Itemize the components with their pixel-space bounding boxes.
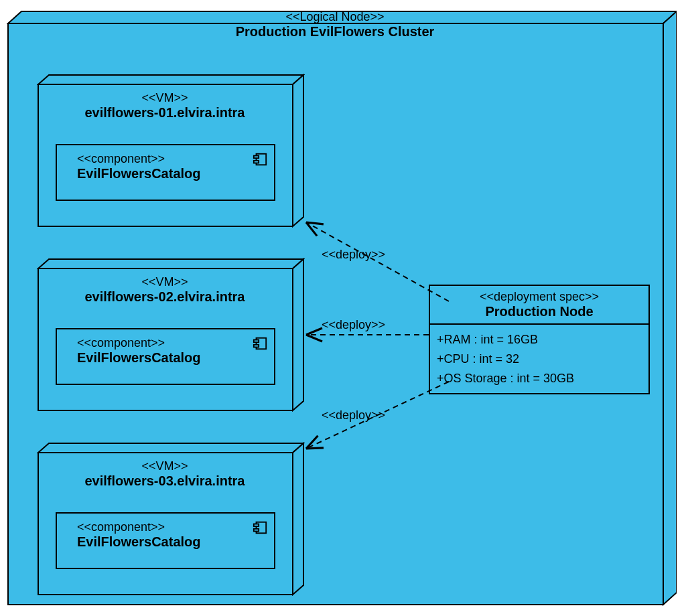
svg-rect-8	[254, 161, 259, 163]
vm03-comp-name: EvilFlowersCatalog	[70, 534, 261, 550]
vm02-hostname: evilflowers-02.elvira.intra	[37, 289, 293, 305]
spec-stereotype: <<deployment spec>>	[435, 290, 643, 304]
vm01-component: <<component>> EvilFlowersCatalog	[56, 144, 275, 201]
svg-marker-2	[663, 11, 677, 605]
spec-name: Production Node	[435, 304, 643, 319]
spec-attr-cpu: +CPU : int = 32	[437, 350, 642, 369]
spec-attr-os: +OS Storage : int = 30GB	[437, 369, 642, 388]
vm02-component: <<component>> EvilFlowersCatalog	[56, 328, 275, 385]
vm03-comp-stereotype: <<component>>	[70, 520, 261, 534]
vm01-stereotype: <<VM>>	[37, 91, 293, 105]
svg-rect-20	[254, 529, 259, 532]
svg-rect-14	[254, 345, 259, 348]
vm03-stereotype: <<VM>>	[37, 459, 293, 473]
svg-marker-5	[293, 75, 303, 226]
svg-marker-4	[38, 75, 303, 84]
vm03-component: <<component>> EvilFlowersCatalog	[56, 512, 275, 569]
cluster-stereotype: <<Logical Node>>	[7, 10, 663, 24]
cluster-header: <<Logical Node>> Production EvilFlowers …	[7, 10, 663, 40]
deploy-label-1: <<deploy>>	[322, 248, 385, 262]
deploy-label-2: <<deploy>>	[322, 318, 385, 332]
vm02-comp-stereotype: <<component>>	[70, 336, 261, 350]
svg-rect-13	[254, 340, 259, 343]
component-icon	[253, 336, 267, 351]
svg-marker-16	[38, 443, 303, 453]
svg-marker-10	[38, 259, 303, 268]
svg-rect-7	[254, 156, 259, 159]
vm02-comp-name: EvilFlowersCatalog	[70, 350, 261, 366]
vm03-header: <<VM>> evilflowers-03.elvira.intra	[37, 459, 293, 489]
cluster-name: Production EvilFlowers Cluster	[7, 24, 663, 40]
component-icon	[253, 520, 267, 535]
vm-node-03: <<VM>> evilflowers-03.elvira.intra <<com…	[37, 442, 305, 596]
deploy-label-3: <<deploy>>	[322, 408, 385, 422]
vm01-hostname: evilflowers-01.elvira.intra	[37, 105, 293, 121]
deployment-spec: <<deployment spec>> Production Node +RAM…	[429, 285, 650, 394]
spec-attr-ram: +RAM : int = 16GB	[437, 330, 642, 350]
svg-marker-17	[293, 443, 303, 595]
spec-header: <<deployment spec>> Production Node	[430, 286, 648, 325]
cluster-node: <<Logical Node>> Production EvilFlowers …	[7, 10, 677, 606]
vm01-comp-name: EvilFlowersCatalog	[70, 166, 261, 181]
vm-node-01: <<VM>> evilflowers-01.elvira.intra <<com…	[37, 74, 305, 228]
svg-marker-11	[293, 259, 303, 410]
vm03-hostname: evilflowers-03.elvira.intra	[37, 473, 293, 489]
vm01-comp-stereotype: <<component>>	[70, 152, 261, 166]
vm02-header: <<VM>> evilflowers-02.elvira.intra	[37, 275, 293, 305]
vm02-stereotype: <<VM>>	[37, 275, 293, 289]
component-icon	[253, 152, 267, 167]
vm-node-02: <<VM>> evilflowers-02.elvira.intra <<com…	[37, 258, 305, 412]
vm01-header: <<VM>> evilflowers-01.elvira.intra	[37, 91, 293, 121]
svg-rect-19	[254, 524, 259, 527]
spec-attrs: +RAM : int = 16GB +CPU : int = 32 +OS St…	[430, 325, 648, 393]
